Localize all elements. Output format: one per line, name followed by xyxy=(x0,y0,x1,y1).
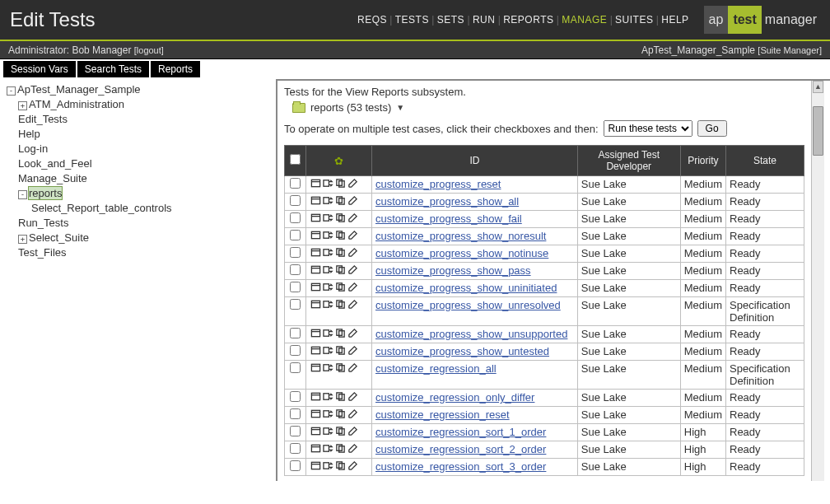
tab-reports[interactable]: Reports xyxy=(151,61,200,77)
copy-icon[interactable] xyxy=(334,443,346,455)
tree-item-look_and_feel[interactable]: Look_and_Feel xyxy=(7,156,268,171)
move-icon[interactable] xyxy=(322,212,333,224)
row-checkbox[interactable] xyxy=(290,460,301,471)
edit-icon[interactable] xyxy=(347,408,358,420)
edit-icon[interactable] xyxy=(347,195,358,207)
row-checkbox[interactable] xyxy=(290,230,301,240)
row-checkbox[interactable] xyxy=(290,328,301,338)
select-all-checkbox[interactable] xyxy=(290,154,301,165)
move-icon[interactable] xyxy=(322,391,333,403)
action-select[interactable]: Run these tests xyxy=(604,120,692,137)
tree-collapse-icon[interactable]: - xyxy=(7,86,16,96)
edit-icon[interactable] xyxy=(347,460,358,472)
row-checkbox[interactable] xyxy=(290,247,301,258)
tree-item-test_files[interactable]: Test_Files xyxy=(7,245,268,260)
logout-link[interactable]: [logout] xyxy=(134,45,164,55)
edit-icon[interactable] xyxy=(347,212,358,224)
tree-item-reports[interactable]: -reports xyxy=(7,186,268,201)
move-icon[interactable] xyxy=(322,230,333,241)
test-id-link[interactable]: customize_progress_show_unresolved xyxy=(375,299,561,311)
edit-icon[interactable] xyxy=(347,328,358,339)
test-id-link[interactable]: customize_progress_show_uninitiated xyxy=(375,282,557,294)
tree-item-log-in[interactable]: Log-in xyxy=(7,142,268,156)
view-icon[interactable] xyxy=(310,391,321,403)
nav-manage[interactable]: MANAGE xyxy=(562,14,607,26)
nav-run[interactable]: RUN xyxy=(473,14,496,26)
test-id-link[interactable]: customize_regression_all xyxy=(375,362,497,375)
test-id-link[interactable]: customize_regression_sort_3_order xyxy=(375,460,546,473)
copy-icon[interactable] xyxy=(334,247,346,259)
move-icon[interactable] xyxy=(322,426,333,437)
move-icon[interactable] xyxy=(322,362,333,374)
edit-icon[interactable] xyxy=(347,178,358,189)
view-icon[interactable] xyxy=(310,230,321,241)
move-icon[interactable] xyxy=(322,408,333,420)
row-checkbox[interactable] xyxy=(290,195,301,206)
view-icon[interactable] xyxy=(310,178,321,189)
test-id-link[interactable]: customize_regression_reset xyxy=(375,408,510,421)
tab-search-tests[interactable]: Search Tests xyxy=(77,61,149,77)
view-icon[interactable] xyxy=(310,362,321,374)
copy-icon[interactable] xyxy=(334,328,346,339)
copy-icon[interactable] xyxy=(334,178,346,189)
edit-icon[interactable] xyxy=(347,345,358,357)
view-icon[interactable] xyxy=(310,426,321,437)
copy-icon[interactable] xyxy=(334,460,346,472)
test-id-link[interactable]: customize_regression_sort_1_order xyxy=(375,426,546,438)
test-id-link[interactable]: customize_progress_show_noresult xyxy=(375,230,546,242)
test-id-link[interactable]: customize_progress_show_untested xyxy=(375,345,549,357)
nav-tests[interactable]: TESTS xyxy=(395,14,429,26)
tree-toggle-icon[interactable]: - xyxy=(18,190,27,199)
row-checkbox[interactable] xyxy=(290,345,301,356)
row-checkbox[interactable] xyxy=(290,178,301,189)
nav-reqs[interactable]: REQS xyxy=(357,14,387,26)
view-icon[interactable] xyxy=(310,195,321,207)
copy-icon[interactable] xyxy=(334,282,346,293)
view-icon[interactable] xyxy=(310,443,321,455)
test-id-link[interactable]: customize_progress_show_fail xyxy=(375,212,522,225)
copy-icon[interactable] xyxy=(334,345,346,357)
tree-toggle-icon[interactable]: + xyxy=(18,101,27,110)
suite-manager-link[interactable]: [Suite Manager] xyxy=(758,45,822,55)
nav-sets[interactable]: SETS xyxy=(437,14,464,26)
move-icon[interactable] xyxy=(322,443,333,455)
move-icon[interactable] xyxy=(322,328,333,339)
copy-icon[interactable] xyxy=(334,391,346,403)
edit-icon[interactable] xyxy=(347,282,358,293)
tree-item-run_tests[interactable]: Run_Tests xyxy=(7,216,268,231)
gear-icon[interactable]: ✿ xyxy=(334,155,343,167)
view-icon[interactable] xyxy=(310,328,321,339)
vertical-scrollbar[interactable]: ▲ xyxy=(811,81,824,481)
row-checkbox[interactable] xyxy=(290,443,301,454)
edit-icon[interactable] xyxy=(347,443,358,455)
move-icon[interactable] xyxy=(322,282,333,293)
edit-icon[interactable] xyxy=(347,391,358,403)
row-checkbox[interactable] xyxy=(290,212,301,223)
copy-icon[interactable] xyxy=(334,426,346,437)
row-checkbox[interactable] xyxy=(290,264,301,275)
edit-icon[interactable] xyxy=(347,264,358,276)
test-id-link[interactable]: customize_progress_show_unsupported xyxy=(375,328,567,340)
move-icon[interactable] xyxy=(322,299,333,310)
copy-icon[interactable] xyxy=(334,264,346,276)
tree-item-atm_administration[interactable]: +ATM_Administration xyxy=(7,97,268,112)
test-id-link[interactable]: customize_progress_show_all xyxy=(375,195,519,208)
row-checkbox[interactable] xyxy=(290,408,301,419)
move-icon[interactable] xyxy=(322,247,333,259)
edit-icon[interactable] xyxy=(347,426,358,437)
test-id-link[interactable]: customize_progress_reset xyxy=(375,178,501,190)
view-icon[interactable] xyxy=(310,247,321,259)
edit-icon[interactable] xyxy=(347,247,358,259)
view-icon[interactable] xyxy=(310,264,321,276)
tree-toggle-icon[interactable]: + xyxy=(18,235,27,244)
scroll-up-icon[interactable]: ▲ xyxy=(813,81,823,93)
view-icon[interactable] xyxy=(310,212,321,224)
copy-icon[interactable] xyxy=(334,195,346,207)
copy-icon[interactable] xyxy=(334,230,346,241)
view-icon[interactable] xyxy=(310,282,321,293)
move-icon[interactable] xyxy=(322,178,333,189)
folder-title[interactable]: reports (53 tests) xyxy=(310,101,391,114)
tree-root[interactable]: -ApTest_Manager_Sample xyxy=(7,82,268,97)
tree-item-manage_suite[interactable]: Manage_Suite xyxy=(7,171,268,186)
test-id-link[interactable]: customize_progress_show_pass xyxy=(375,264,531,277)
